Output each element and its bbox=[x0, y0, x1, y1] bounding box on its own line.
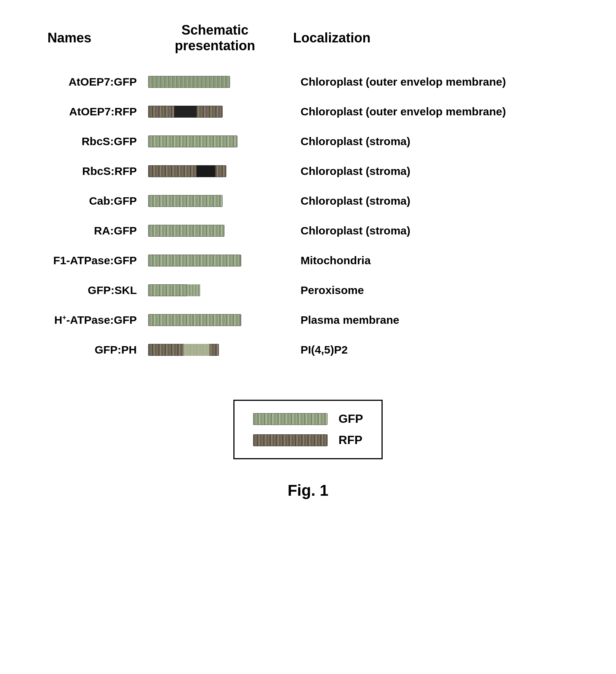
rfp-bar bbox=[148, 165, 226, 177]
gfp-bar bbox=[148, 76, 230, 88]
schematic-cell bbox=[144, 135, 286, 147]
figure-caption: Fig. 1 bbox=[288, 482, 329, 499]
row-name: RbcS:RFP bbox=[48, 165, 144, 178]
gfp-bar bbox=[148, 314, 241, 326]
schematic-cell bbox=[144, 106, 286, 118]
localization-cell: Chloroplast (outer envelop membrane) bbox=[286, 105, 569, 118]
localization-cell: Chloroplast (stroma) bbox=[286, 224, 569, 237]
schematic-cell bbox=[144, 76, 286, 88]
localization-header: Localization bbox=[293, 30, 371, 45]
legend-gfp-bar bbox=[253, 413, 328, 425]
legend-rfp-label: RFP bbox=[339, 433, 363, 447]
row-name: H+-ATPase:GFP bbox=[48, 314, 144, 326]
names-header: Names bbox=[48, 30, 92, 45]
schematic-cell bbox=[144, 314, 286, 326]
gfp-bar bbox=[148, 255, 241, 266]
localization-cell: Plasma membrane bbox=[286, 314, 569, 326]
table-row: RbcS:GFP Chloroplast (stroma) bbox=[48, 132, 569, 151]
legend-container: GFP RFP bbox=[233, 400, 383, 459]
legend-row-rfp: RFP bbox=[253, 433, 363, 447]
legend-rfp-bar bbox=[253, 434, 328, 446]
legend-gfp-label: GFP bbox=[339, 412, 363, 426]
legend-row-gfp: GFP bbox=[253, 412, 363, 426]
table-row: H+-ATPase:GFP Plasma membrane bbox=[48, 310, 569, 330]
table-row: GFP:SKL Peroxisome bbox=[48, 281, 569, 300]
localization-cell: Peroxisome bbox=[286, 284, 569, 297]
row-name: RA:GFP bbox=[48, 224, 144, 237]
header-row: Names Schematic presentation Localizatio… bbox=[48, 22, 569, 57]
row-name: GFP:SKL bbox=[48, 284, 144, 297]
row-name: F1-ATPase:GFP bbox=[48, 254, 144, 267]
gfp-bar bbox=[148, 135, 237, 147]
table-row: AtOEP7:GFP Chloroplast (outer envelop me… bbox=[48, 72, 569, 92]
table-row: Cab:GFP Chloroplast (stroma) bbox=[48, 191, 569, 211]
schematic-cell bbox=[144, 165, 286, 177]
localization-cell: Mitochondria bbox=[286, 254, 569, 267]
gfp-bar bbox=[148, 284, 200, 296]
table-row: RbcS:RFP Chloroplast (stroma) bbox=[48, 162, 569, 181]
localization-cell: Chloroplast (outer envelop membrane) bbox=[286, 76, 569, 88]
schematic-header: Schematic presentation bbox=[175, 22, 255, 53]
rfp-bar bbox=[148, 106, 223, 118]
table-row: F1-ATPase:GFP Mitochondria bbox=[48, 251, 569, 270]
schematic-cell bbox=[144, 255, 286, 266]
gfp-bar bbox=[148, 344, 219, 356]
table-row: RA:GFP Chloroplast (stroma) bbox=[48, 221, 569, 240]
main-table: Names Schematic presentation Localizatio… bbox=[48, 22, 569, 370]
localization-cell: Chloroplast (stroma) bbox=[286, 165, 569, 178]
row-name: AtOEP7:RFP bbox=[48, 105, 144, 118]
schematic-cell bbox=[144, 225, 286, 237]
gfp-bar bbox=[148, 195, 223, 207]
row-name: GFP:PH bbox=[48, 344, 144, 356]
legend-box: GFP RFP bbox=[233, 400, 383, 459]
gfp-bar bbox=[148, 225, 224, 237]
row-name: RbcS:GFP bbox=[48, 135, 144, 148]
row-name: Cab:GFP bbox=[48, 195, 144, 207]
table-row: GFP:PH PI(4,5)P2 bbox=[48, 340, 569, 360]
schematic-cell bbox=[144, 284, 286, 296]
schematic-cell bbox=[144, 195, 286, 207]
table-row: AtOEP7:RFP Chloroplast (outer envelop me… bbox=[48, 102, 569, 121]
localization-cell: Chloroplast (stroma) bbox=[286, 135, 569, 148]
localization-cell: Chloroplast (stroma) bbox=[286, 195, 569, 207]
localization-cell: PI(4,5)P2 bbox=[286, 344, 569, 356]
row-name: AtOEP7:GFP bbox=[48, 76, 144, 88]
h-atpase-name: H+-ATPase:GFP bbox=[54, 314, 137, 326]
schematic-cell bbox=[144, 344, 286, 356]
